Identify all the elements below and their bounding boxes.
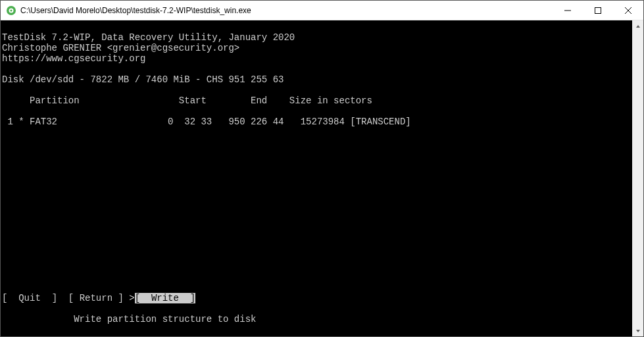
client-area: TestDisk 7.2-WIP, Data Recovery Utility,…	[1, 20, 643, 336]
window-title: C:\Users\David Morelo\Desktop\testdisk-7…	[20, 6, 251, 15]
scroll-down-arrow[interactable]	[632, 325, 643, 336]
scroll-up-arrow[interactable]	[632, 20, 643, 32]
terminal[interactable]: TestDisk 7.2-WIP, Data Recovery Utility,…	[1, 20, 632, 336]
menu-write[interactable]: Write	[151, 293, 179, 303]
menu-help-line: Write partition structure to disk	[2, 314, 256, 324]
svg-point-2	[11, 9, 12, 11]
svg-marker-7	[636, 25, 640, 28]
window-frame: C:\Users\David Morelo\Desktop\testdisk-7…	[0, 0, 644, 337]
close-button[interactable]	[613, 1, 643, 20]
app-icon	[6, 5, 16, 16]
menu-quit[interactable]: Quit	[18, 293, 41, 303]
menu-row: [ Quit ] [ Return ] >[ Write ]	[2, 293, 256, 303]
bottom-menu-area: [ Quit ] [ Return ] >[ Write ] Write par…	[2, 282, 256, 335]
titlebar[interactable]: C:\Users\David Morelo\Desktop\testdisk-7…	[1, 1, 643, 20]
disk-info: Disk /dev/sdd - 7822 MB / 7460 MiB - CHS…	[2, 74, 284, 85]
app-header-line1: TestDisk 7.2-WIP, Data Recovery Utility,…	[2, 32, 295, 43]
svg-marker-8	[636, 330, 640, 332]
app-header-line2: Christophe GRENIER <grenier@cgsecurity.o…	[2, 43, 239, 53]
partition-table-header: Partition Start End Size in sectors	[2, 95, 372, 106]
svg-rect-3	[564, 10, 571, 11]
svg-rect-4	[595, 7, 601, 13]
vertical-scrollbar[interactable]	[632, 20, 643, 336]
minimize-button[interactable]	[553, 1, 583, 20]
app-header-line3: https://www.cgsecurity.org	[2, 53, 145, 64]
partition-row: 1 * FAT32 0 32 33 950 226 44 15273984 [T…	[2, 117, 411, 127]
menu-return[interactable]: Return	[80, 293, 112, 303]
maximize-button[interactable]	[583, 1, 613, 20]
